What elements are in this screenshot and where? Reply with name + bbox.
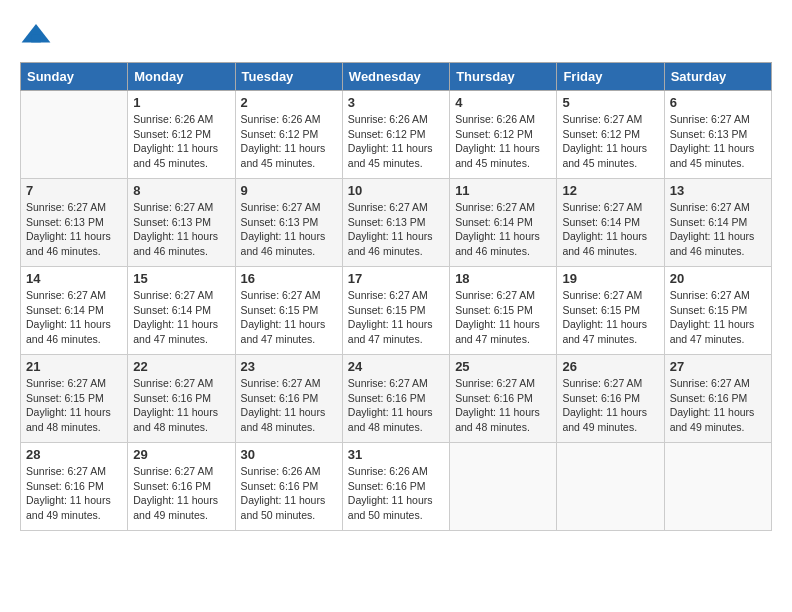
calendar-cell [450, 443, 557, 531]
day-info: Sunrise: 6:27 AM Sunset: 6:13 PM Dayligh… [670, 112, 766, 171]
calendar-cell: 24Sunrise: 6:27 AM Sunset: 6:16 PM Dayli… [342, 355, 449, 443]
day-number: 14 [26, 271, 122, 286]
calendar-cell: 25Sunrise: 6:27 AM Sunset: 6:16 PM Dayli… [450, 355, 557, 443]
day-info: Sunrise: 6:27 AM Sunset: 6:13 PM Dayligh… [26, 200, 122, 259]
day-number: 23 [241, 359, 337, 374]
day-number: 29 [133, 447, 229, 462]
day-number: 28 [26, 447, 122, 462]
day-info: Sunrise: 6:27 AM Sunset: 6:16 PM Dayligh… [455, 376, 551, 435]
day-info: Sunrise: 6:27 AM Sunset: 6:14 PM Dayligh… [562, 200, 658, 259]
day-info: Sunrise: 6:27 AM Sunset: 6:15 PM Dayligh… [348, 288, 444, 347]
calendar-week-5: 28Sunrise: 6:27 AM Sunset: 6:16 PM Dayli… [21, 443, 772, 531]
header-thursday: Thursday [450, 63, 557, 91]
calendar-cell: 14Sunrise: 6:27 AM Sunset: 6:14 PM Dayli… [21, 267, 128, 355]
logo-icon [20, 20, 52, 52]
day-number: 22 [133, 359, 229, 374]
day-number: 30 [241, 447, 337, 462]
day-number: 8 [133, 183, 229, 198]
calendar-cell: 6Sunrise: 6:27 AM Sunset: 6:13 PM Daylig… [664, 91, 771, 179]
day-number: 6 [670, 95, 766, 110]
day-info: Sunrise: 6:27 AM Sunset: 6:15 PM Dayligh… [241, 288, 337, 347]
calendar-cell: 11Sunrise: 6:27 AM Sunset: 6:14 PM Dayli… [450, 179, 557, 267]
calendar-cell: 23Sunrise: 6:27 AM Sunset: 6:16 PM Dayli… [235, 355, 342, 443]
header-sunday: Sunday [21, 63, 128, 91]
day-info: Sunrise: 6:26 AM Sunset: 6:12 PM Dayligh… [348, 112, 444, 171]
day-info: Sunrise: 6:27 AM Sunset: 6:13 PM Dayligh… [241, 200, 337, 259]
calendar-cell: 12Sunrise: 6:27 AM Sunset: 6:14 PM Dayli… [557, 179, 664, 267]
day-info: Sunrise: 6:26 AM Sunset: 6:12 PM Dayligh… [133, 112, 229, 171]
day-info: Sunrise: 6:27 AM Sunset: 6:15 PM Dayligh… [670, 288, 766, 347]
day-info: Sunrise: 6:27 AM Sunset: 6:16 PM Dayligh… [348, 376, 444, 435]
calendar-week-3: 14Sunrise: 6:27 AM Sunset: 6:14 PM Dayli… [21, 267, 772, 355]
day-info: Sunrise: 6:26 AM Sunset: 6:12 PM Dayligh… [241, 112, 337, 171]
day-info: Sunrise: 6:26 AM Sunset: 6:16 PM Dayligh… [348, 464, 444, 523]
calendar-week-4: 21Sunrise: 6:27 AM Sunset: 6:15 PM Dayli… [21, 355, 772, 443]
day-info: Sunrise: 6:27 AM Sunset: 6:14 PM Dayligh… [133, 288, 229, 347]
day-info: Sunrise: 6:27 AM Sunset: 6:13 PM Dayligh… [133, 200, 229, 259]
day-number: 19 [562, 271, 658, 286]
day-number: 27 [670, 359, 766, 374]
calendar-cell [21, 91, 128, 179]
day-number: 24 [348, 359, 444, 374]
calendar-cell: 16Sunrise: 6:27 AM Sunset: 6:15 PM Dayli… [235, 267, 342, 355]
calendar-cell: 31Sunrise: 6:26 AM Sunset: 6:16 PM Dayli… [342, 443, 449, 531]
day-number: 15 [133, 271, 229, 286]
day-number: 10 [348, 183, 444, 198]
day-info: Sunrise: 6:27 AM Sunset: 6:15 PM Dayligh… [26, 376, 122, 435]
calendar-cell: 13Sunrise: 6:27 AM Sunset: 6:14 PM Dayli… [664, 179, 771, 267]
day-info: Sunrise: 6:27 AM Sunset: 6:14 PM Dayligh… [455, 200, 551, 259]
header-friday: Friday [557, 63, 664, 91]
day-info: Sunrise: 6:27 AM Sunset: 6:14 PM Dayligh… [26, 288, 122, 347]
header-tuesday: Tuesday [235, 63, 342, 91]
day-info: Sunrise: 6:26 AM Sunset: 6:12 PM Dayligh… [455, 112, 551, 171]
calendar-cell: 29Sunrise: 6:27 AM Sunset: 6:16 PM Dayli… [128, 443, 235, 531]
calendar-cell: 1Sunrise: 6:26 AM Sunset: 6:12 PM Daylig… [128, 91, 235, 179]
calendar-cell: 22Sunrise: 6:27 AM Sunset: 6:16 PM Dayli… [128, 355, 235, 443]
day-info: Sunrise: 6:27 AM Sunset: 6:13 PM Dayligh… [348, 200, 444, 259]
day-number: 11 [455, 183, 551, 198]
day-number: 4 [455, 95, 551, 110]
day-number: 18 [455, 271, 551, 286]
calendar-cell: 18Sunrise: 6:27 AM Sunset: 6:15 PM Dayli… [450, 267, 557, 355]
header-wednesday: Wednesday [342, 63, 449, 91]
day-number: 21 [26, 359, 122, 374]
day-number: 12 [562, 183, 658, 198]
calendar-cell: 15Sunrise: 6:27 AM Sunset: 6:14 PM Dayli… [128, 267, 235, 355]
calendar-cell: 19Sunrise: 6:27 AM Sunset: 6:15 PM Dayli… [557, 267, 664, 355]
day-number: 26 [562, 359, 658, 374]
calendar-cell: 10Sunrise: 6:27 AM Sunset: 6:13 PM Dayli… [342, 179, 449, 267]
header-monday: Monday [128, 63, 235, 91]
day-info: Sunrise: 6:27 AM Sunset: 6:12 PM Dayligh… [562, 112, 658, 171]
calendar-cell [557, 443, 664, 531]
day-info: Sunrise: 6:27 AM Sunset: 6:16 PM Dayligh… [133, 376, 229, 435]
page-header [20, 20, 772, 52]
calendar-cell [664, 443, 771, 531]
calendar-cell: 5Sunrise: 6:27 AM Sunset: 6:12 PM Daylig… [557, 91, 664, 179]
day-number: 3 [348, 95, 444, 110]
calendar-cell: 2Sunrise: 6:26 AM Sunset: 6:12 PM Daylig… [235, 91, 342, 179]
calendar-cell: 3Sunrise: 6:26 AM Sunset: 6:12 PM Daylig… [342, 91, 449, 179]
calendar-table: SundayMondayTuesdayWednesdayThursdayFrid… [20, 62, 772, 531]
calendar-cell: 28Sunrise: 6:27 AM Sunset: 6:16 PM Dayli… [21, 443, 128, 531]
day-info: Sunrise: 6:27 AM Sunset: 6:16 PM Dayligh… [670, 376, 766, 435]
calendar-cell: 27Sunrise: 6:27 AM Sunset: 6:16 PM Dayli… [664, 355, 771, 443]
day-info: Sunrise: 6:27 AM Sunset: 6:16 PM Dayligh… [26, 464, 122, 523]
calendar-week-1: 1Sunrise: 6:26 AM Sunset: 6:12 PM Daylig… [21, 91, 772, 179]
day-number: 17 [348, 271, 444, 286]
day-number: 9 [241, 183, 337, 198]
day-info: Sunrise: 6:26 AM Sunset: 6:16 PM Dayligh… [241, 464, 337, 523]
calendar-body: 1Sunrise: 6:26 AM Sunset: 6:12 PM Daylig… [21, 91, 772, 531]
day-info: Sunrise: 6:27 AM Sunset: 6:16 PM Dayligh… [133, 464, 229, 523]
day-number: 20 [670, 271, 766, 286]
day-info: Sunrise: 6:27 AM Sunset: 6:15 PM Dayligh… [562, 288, 658, 347]
calendar-week-2: 7Sunrise: 6:27 AM Sunset: 6:13 PM Daylig… [21, 179, 772, 267]
day-number: 7 [26, 183, 122, 198]
calendar-cell: 9Sunrise: 6:27 AM Sunset: 6:13 PM Daylig… [235, 179, 342, 267]
calendar-cell: 30Sunrise: 6:26 AM Sunset: 6:16 PM Dayli… [235, 443, 342, 531]
day-number: 13 [670, 183, 766, 198]
calendar-cell: 8Sunrise: 6:27 AM Sunset: 6:13 PM Daylig… [128, 179, 235, 267]
header-saturday: Saturday [664, 63, 771, 91]
logo [20, 20, 56, 52]
day-number: 2 [241, 95, 337, 110]
calendar-cell: 20Sunrise: 6:27 AM Sunset: 6:15 PM Dayli… [664, 267, 771, 355]
